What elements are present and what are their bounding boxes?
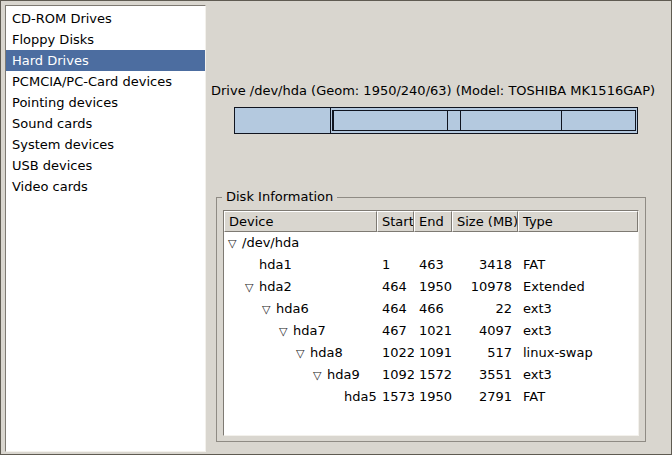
table-row-hda2[interactable]: ▽hda2464195010978Extended <box>224 276 638 298</box>
type-cell: ext3 <box>518 320 638 342</box>
start-cell: 464 <box>377 276 414 298</box>
end-cell: 1950 <box>414 276 452 298</box>
expander-open-icon[interactable]: ▽ <box>262 299 276 320</box>
hardware-browser-window: CD-ROM DrivesFloppy DisksHard DrivesPCMC… <box>0 0 672 455</box>
device-label: hda1 <box>259 257 292 272</box>
size-cell: 22 <box>452 298 518 320</box>
expander-open-icon[interactable]: ▽ <box>279 321 293 342</box>
device-cell: ▽hda8 <box>224 342 377 364</box>
start-cell <box>377 232 414 254</box>
start-cell: 1022 <box>377 342 414 364</box>
drive-title: Drive /dev/hda (Geom: 1950/240/63) (Mode… <box>211 83 655 98</box>
partition-bar <box>234 107 638 134</box>
expander-open-icon[interactable]: ▽ <box>313 365 327 386</box>
device-label: hda2 <box>259 279 292 294</box>
expander-open-icon[interactable]: ▽ <box>245 277 259 298</box>
sidebar-item-pointing-devices[interactable]: Pointing devices <box>6 92 205 113</box>
type-cell: FAT <box>518 386 638 408</box>
table-row-dev-hda[interactable]: ▽/dev/hda <box>224 232 638 254</box>
device-label: hda6 <box>276 301 309 316</box>
size-cell: 3418 <box>452 254 518 276</box>
device-cell: ▽/dev/hda <box>224 232 377 254</box>
column-header-type[interactable]: Type <box>518 211 638 232</box>
start-cell: 1 <box>377 254 414 276</box>
size-cell <box>452 232 518 254</box>
table-row-hda1[interactable]: hda114633418FAT <box>224 254 638 276</box>
device-category-list: CD-ROM DrivesFloppy DisksHard DrivesPCMC… <box>5 5 206 452</box>
column-header-device[interactable]: Device <box>224 211 377 232</box>
expander-open-icon[interactable]: ▽ <box>228 233 242 254</box>
device-cell: ▽hda7 <box>224 320 377 342</box>
device-label: hda5 <box>344 389 377 404</box>
sidebar-item-system-devices[interactable]: System devices <box>6 134 205 155</box>
start-cell: 464 <box>377 298 414 320</box>
size-cell: 2791 <box>452 386 518 408</box>
end-cell: 1572 <box>414 364 452 386</box>
sidebar-item-cd-rom-drives[interactable]: CD-ROM Drives <box>6 8 205 29</box>
type-cell: linux-swap <box>518 342 638 364</box>
end-cell <box>414 232 452 254</box>
device-label: hda9 <box>327 367 360 382</box>
device-cell: hda5 <box>224 386 377 408</box>
partition-segment-hda5 <box>562 110 637 131</box>
start-cell: 1573 <box>377 386 414 408</box>
partition-segment-hda9 <box>461 110 562 131</box>
disk-table: DeviceStartEndSize (MB)Type ▽/dev/hdahda… <box>223 210 639 436</box>
disk-table-header: DeviceStartEndSize (MB)Type <box>224 211 638 232</box>
type-cell: ext3 <box>518 298 638 320</box>
partition-segment-hda1 <box>235 108 331 133</box>
table-row-hda7[interactable]: ▽hda746710214097ext3 <box>224 320 638 342</box>
end-cell: 463 <box>414 254 452 276</box>
disk-information-frame: Disk Information DeviceStartEndSize (MB)… <box>216 197 646 442</box>
frame-label: Disk Information <box>222 189 337 204</box>
end-cell: 1950 <box>414 386 452 408</box>
size-cell: 4097 <box>452 320 518 342</box>
device-label: /dev/hda <box>242 235 299 250</box>
size-cell: 517 <box>452 342 518 364</box>
start-cell: 1092 <box>377 364 414 386</box>
end-cell: 466 <box>414 298 452 320</box>
start-cell: 467 <box>377 320 414 342</box>
column-header-start[interactable]: Start <box>377 211 414 232</box>
device-cell: ▽hda6 <box>224 298 377 320</box>
table-row-hda9[interactable]: ▽hda9109215723551ext3 <box>224 364 638 386</box>
size-cell: 10978 <box>452 276 518 298</box>
column-header-end[interactable]: End <box>414 211 452 232</box>
device-label: hda7 <box>293 323 326 338</box>
size-cell: 3551 <box>452 364 518 386</box>
disk-table-body: ▽/dev/hdahda114633418FAT▽hda246419501097… <box>224 232 638 408</box>
type-cell: FAT <box>518 254 638 276</box>
type-cell: ext3 <box>518 364 638 386</box>
table-row-hda5[interactable]: hda5157319502791FAT <box>224 386 638 408</box>
table-row-hda8[interactable]: ▽hda810221091517linux-swap <box>224 342 638 364</box>
sidebar-item-hard-drives[interactable]: Hard Drives <box>6 50 205 71</box>
expander-open-icon[interactable]: ▽ <box>296 343 310 364</box>
column-header-size-mb[interactable]: Size (MB) <box>452 211 518 232</box>
sidebar-item-video-cards[interactable]: Video cards <box>6 176 205 197</box>
sidebar-item-pcmcia-pc-card-devices[interactable]: PCMCIA/PC-Card devices <box>6 71 205 92</box>
device-label: hda8 <box>310 345 343 360</box>
type-cell <box>518 232 638 254</box>
type-cell: Extended <box>518 276 638 298</box>
device-cell: ▽hda9 <box>224 364 377 386</box>
partition-segment-hda7 <box>334 110 448 131</box>
device-cell: hda1 <box>224 254 377 276</box>
sidebar-item-usb-devices[interactable]: USB devices <box>6 155 205 176</box>
partition-segment-hda2 <box>331 108 637 133</box>
table-row-hda6[interactable]: ▽hda646446622ext3 <box>224 298 638 320</box>
partition-segment-hda8 <box>448 110 461 131</box>
sidebar-item-sound-cards[interactable]: Sound cards <box>6 113 205 134</box>
end-cell: 1091 <box>414 342 452 364</box>
sidebar-item-floppy-disks[interactable]: Floppy Disks <box>6 29 205 50</box>
device-cell: ▽hda2 <box>224 276 377 298</box>
end-cell: 1021 <box>414 320 452 342</box>
